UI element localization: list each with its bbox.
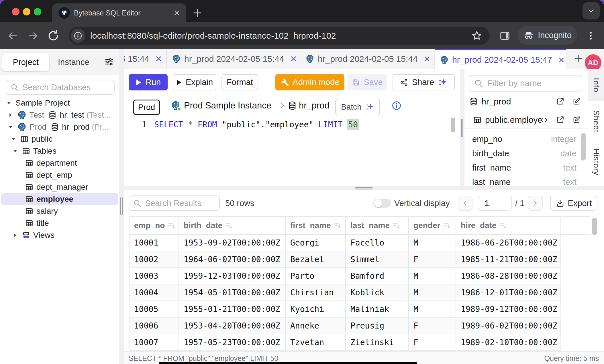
table-row-10005[interactable]: 100051955-01-21T00:00:00ZKyoichiMaliniak…: [129, 301, 590, 317]
table-cell[interactable]: Simmel: [346, 251, 409, 268]
tree-item-prod-hr-prod[interactable]: Prodhr_prod (Pr...: [1, 121, 118, 133]
table-cell[interactable]: 1986-08-28T00:00:00Z: [456, 268, 561, 284]
close-tab-icon[interactable]: [423, 55, 431, 62]
column-header-birth_date[interactable]: birth_date: [179, 217, 285, 234]
vertical-display-toggle[interactable]: [373, 199, 391, 208]
sidebar-resize-gutter[interactable]: [119, 49, 124, 364]
schema-column-first_name[interactable]: first_nametext: [472, 161, 576, 175]
tree-item-views[interactable]: Views: [1, 229, 118, 241]
new-editor-tab-button[interactable]: [572, 53, 584, 64]
caret-down-icon[interactable]: [7, 124, 14, 130]
browser-reload-button[interactable]: [47, 22, 60, 49]
schema-panel-resize-gutter[interactable]: [460, 69, 464, 186]
sort-icon[interactable]: [443, 222, 451, 230]
tab-history[interactable]: History: [588, 142, 604, 182]
table-cell[interactable]: Facello: [346, 234, 409, 251]
table-cell[interactable]: 1953-09-02T00:00:00Z: [179, 234, 285, 251]
open-external-icon[interactable]: [556, 116, 564, 124]
table-cell[interactable]: Zielinski: [346, 334, 409, 351]
caret-down-icon[interactable]: [5, 100, 13, 106]
tree-item-salary[interactable]: salary: [1, 205, 118, 217]
table-cell[interactable]: 10004: [129, 284, 179, 301]
tree-item-title[interactable]: title: [1, 217, 118, 229]
editor-tab-4-active[interactable]: hr_prod 2024-02-05 15:47: [435, 49, 566, 69]
tree-item-tables[interactable]: Tables: [1, 145, 118, 157]
tree-item-test-hr-test[interactable]: Testhr_test (Test...: [1, 109, 118, 121]
column-header-last_name[interactable]: last_name: [346, 217, 409, 234]
table-row-10002[interactable]: 100021964-06-02T00:00:00ZBezalelSimmelF1…: [129, 251, 590, 268]
browser-tab-close-icon[interactable]: [173, 9, 181, 17]
tab-info[interactable]: Info: [588, 69, 604, 101]
browser-menu-button[interactable]: [585, 22, 597, 49]
table-cell[interactable]: F: [409, 334, 456, 351]
table-cell[interactable]: 1954-05-01T00:00:00Z: [179, 284, 285, 301]
tree-item-public[interactable]: public: [1, 133, 118, 145]
caret-down-icon[interactable]: [11, 148, 19, 154]
export-button[interactable]: Export: [550, 196, 597, 211]
table-cell[interactable]: Chirstian: [285, 284, 346, 301]
table-cell[interactable]: M: [409, 268, 456, 284]
schema-column-last_name[interactable]: last_nametext: [472, 175, 576, 186]
table-cell[interactable]: 1955-01-21T00:00:00Z: [179, 301, 285, 317]
side-panel-icon[interactable]: [498, 22, 512, 49]
caret-down-icon[interactable]: [10, 136, 17, 142]
caret-right-icon[interactable]: [11, 232, 19, 238]
sort-icon[interactable]: [393, 222, 400, 230]
tree-item-dept_emp[interactable]: dept_emp: [1, 169, 118, 181]
schema-table-row[interactable]: public.employee: [464, 112, 588, 128]
save-button[interactable]: Save: [348, 74, 387, 90]
table-cell[interactable]: Kyoichi: [285, 301, 346, 317]
close-tab-icon[interactable]: [155, 55, 162, 62]
table-row-10003[interactable]: 100031959-12-03T00:00:00ZPartoBamfordM19…: [129, 268, 590, 284]
table-cell[interactable]: Parto: [285, 268, 346, 284]
explain-button[interactable]: Explain: [173, 74, 216, 90]
table-cell[interactable]: Koblick: [346, 284, 409, 301]
table-cell[interactable]: 1957-05-23T00:00:00Z: [179, 334, 285, 351]
table-cell[interactable]: 1953-04-20T00:00:00Z: [179, 317, 285, 334]
table-cell[interactable]: 1985-11-21T00:00:00Z: [456, 251, 561, 268]
instance-name[interactable]: Prod Sample Instance: [184, 95, 271, 116]
tab-search-chevron-button[interactable]: [583, 2, 600, 19]
column-header-hire_date[interactable]: hire_date: [456, 217, 561, 234]
filter-by-name-input[interactable]: Filter by name: [469, 75, 582, 92]
next-page-button[interactable]: [528, 196, 543, 211]
admin-mode-button[interactable]: Admin mode: [275, 74, 344, 90]
sidebar-tab-project[interactable]: Project: [2, 53, 49, 71]
column-header-gender[interactable]: gender: [409, 217, 456, 234]
close-tab-icon[interactable]: [290, 55, 297, 62]
table-cell[interactable]: 10005: [129, 301, 179, 317]
edit-icon[interactable]: [572, 116, 581, 124]
tree-item-department[interactable]: department: [1, 157, 118, 169]
table-cell[interactable]: Tzvetan: [285, 334, 346, 351]
tree-item-sample-project[interactable]: Sample Project: [1, 97, 118, 109]
share-button[interactable]: Share: [393, 74, 455, 90]
sort-icon[interactable]: [225, 222, 233, 230]
table-row-10001[interactable]: 100011953-09-02T00:00:00ZGeorgiFacelloM1…: [129, 234, 590, 251]
sidebar-settings-icon[interactable]: [104, 56, 115, 67]
table-cell[interactable]: 1986-12-01T00:00:00Z: [456, 284, 561, 301]
table-cell[interactable]: 10003: [129, 268, 179, 284]
schema-column-birth_date[interactable]: birth_datedate: [472, 146, 576, 161]
user-avatar[interactable]: AD: [585, 54, 601, 71]
table-cell[interactable]: Bamford: [346, 268, 409, 284]
table-cell[interactable]: 1964-06-02T00:00:00Z: [179, 251, 285, 268]
table-cell[interactable]: M: [409, 301, 456, 317]
table-row-10006[interactable]: 100061953-04-20T00:00:00ZAnnekePreusigF1…: [129, 317, 590, 334]
browser-new-tab-button[interactable]: [191, 7, 203, 19]
schema-column-emp_no[interactable]: emp_nointeger: [472, 132, 576, 146]
table-cell[interactable]: 10002: [129, 251, 179, 268]
browser-tab[interactable]: Bytebase SQL Editor: [52, 3, 186, 22]
results-scrollbar-thumb[interactable]: [592, 218, 597, 235]
sort-icon[interactable]: [334, 222, 342, 230]
table-cell[interactable]: 1986-06-26T00:00:00Z: [456, 234, 561, 251]
table-cell[interactable]: Bezalel: [285, 251, 346, 268]
browser-address-bar[interactable]: localhost:8080/sql-editor/prod-sample-in…: [69, 27, 490, 45]
format-button[interactable]: Format: [221, 74, 258, 90]
editor-tab-3[interactable]: hr_prod 2024-02-05 15:44: [300, 49, 435, 69]
sort-icon[interactable]: [168, 222, 175, 230]
table-cell[interactable]: 10007: [129, 334, 179, 351]
page-number-input[interactable]: 1: [478, 196, 512, 211]
table-cell[interactable]: F: [409, 251, 456, 268]
table-cell[interactable]: M: [409, 234, 456, 251]
search-results-input[interactable]: Search Results: [129, 195, 220, 211]
